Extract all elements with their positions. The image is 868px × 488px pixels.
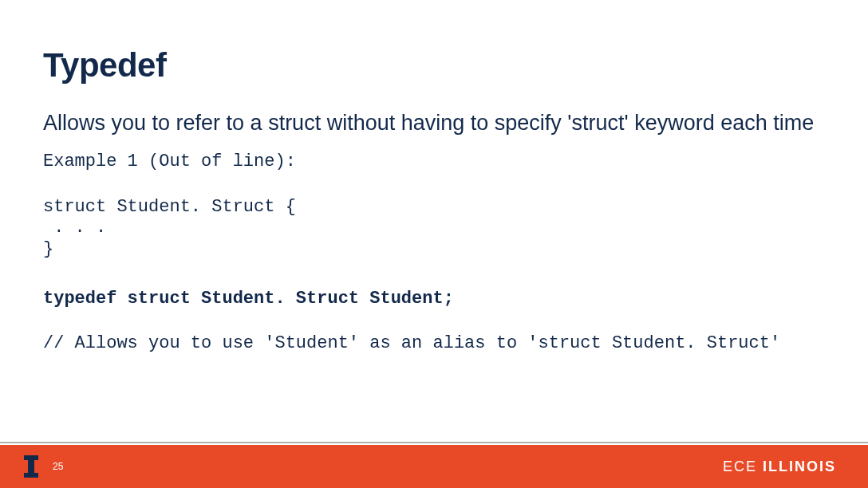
code-block-struct: struct Student. Struct { . . . } <box>43 197 828 260</box>
code-line-1: struct Student. Struct { <box>43 197 828 218</box>
brand-prefix: ECE <box>723 458 763 474</box>
page-number: 25 <box>53 461 63 472</box>
divider-line <box>0 442 868 443</box>
slide: Typedef Allows you to refer to a struct … <box>0 0 868 488</box>
code-comment: // Allows you to use 'Student' as an ali… <box>43 333 828 354</box>
brand-bold: ILLINOIS <box>763 458 836 474</box>
footer-left: 25 <box>24 455 63 478</box>
code-line-3: } <box>43 239 828 260</box>
slide-description: Allows you to refer to a struct without … <box>43 108 828 137</box>
slide-title: Typedef <box>43 46 828 85</box>
example-label: Example 1 (Out of line): <box>43 152 828 172</box>
illinois-i-icon <box>24 455 38 478</box>
code-typedef: typedef struct Student. Struct Student; <box>43 289 828 309</box>
content-area: Typedef Allows you to refer to a struct … <box>0 0 868 355</box>
footer-bar: 25 ECE ILLINOIS <box>0 445 868 488</box>
footer-brand: ECE ILLINOIS <box>723 458 836 475</box>
code-line-2: . . . <box>43 218 828 238</box>
